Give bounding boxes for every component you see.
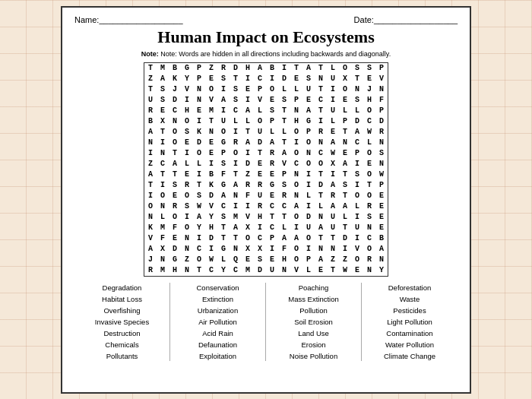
grid-cell: C — [290, 159, 302, 169]
grid-cell: N — [205, 127, 217, 138]
grid-cell: N — [230, 191, 242, 201]
grid-cell: E — [375, 201, 388, 212]
word-column-1: ConservationExtinctionUrbanizationAir Po… — [170, 283, 266, 361]
grid-cell: I — [193, 116, 205, 127]
grid-cell: S — [351, 63, 363, 74]
grid-cell: N — [181, 233, 193, 244]
grid-cell: N — [290, 169, 302, 180]
grid-cell: N — [144, 212, 157, 223]
grid-cell: O — [217, 127, 230, 138]
grid-cell: F — [217, 169, 230, 180]
grid-cell: H — [242, 63, 254, 74]
grid-cell: E — [363, 74, 375, 84]
grid-cell: I — [266, 244, 278, 255]
grid-cell: I — [242, 201, 254, 212]
grid-cell: X — [327, 159, 339, 169]
word-item: Deforestation — [365, 283, 454, 293]
grid-cell: N — [363, 223, 375, 233]
grid-cell: D — [242, 159, 254, 169]
grid-cell: T — [144, 84, 157, 95]
grid-cell: T — [230, 74, 242, 84]
grid-cell: I — [254, 223, 266, 233]
grid-cell: O — [169, 212, 181, 223]
grid-cell: L — [302, 265, 315, 276]
word-item: Overfishing — [78, 306, 166, 315]
grid-cell: O — [157, 191, 169, 201]
grid-cell: B — [266, 63, 278, 74]
grid-cell: S — [230, 95, 242, 106]
grid-cell: T — [193, 265, 205, 276]
word-item: Exploitation — [173, 351, 262, 361]
grid-cell: Z — [242, 169, 254, 180]
grid-cell: I — [242, 95, 254, 106]
grid-cell: L — [339, 106, 351, 116]
grid-cell: O — [351, 255, 363, 265]
word-item: Defaunation — [173, 340, 262, 350]
grid-cell: A — [278, 148, 290, 159]
grid-cell: A — [193, 212, 205, 223]
grid-cell: D — [351, 116, 363, 127]
grid-cell: K — [144, 223, 157, 233]
grid-cell: X — [242, 223, 254, 233]
grid-cell: E — [375, 223, 388, 233]
grid-cell: J — [363, 84, 375, 95]
grid-cell: I — [302, 244, 315, 255]
grid-cell: H — [254, 212, 266, 223]
grid-cell: L — [230, 116, 242, 127]
grid-cell: T — [193, 180, 205, 191]
grid-cell: A — [315, 255, 327, 265]
grid-cell: P — [193, 63, 205, 74]
header-row: Name:__________________ Date:___________… — [74, 15, 458, 24]
grid-cell: G — [217, 138, 230, 148]
grid-cell: D — [230, 63, 242, 74]
grid-cell: O — [144, 201, 157, 212]
grid-cell: M — [157, 265, 169, 276]
grid-cell: V — [351, 244, 363, 255]
grid-cell: S — [217, 212, 230, 223]
grid-cell: C — [230, 265, 242, 276]
grid-cell: H — [169, 265, 181, 276]
grid-cell: N — [278, 265, 290, 276]
grid-cell: A — [339, 201, 351, 212]
grid-cell: D — [254, 265, 266, 276]
grid-cell: K — [205, 180, 217, 191]
grid-cell: Y — [181, 74, 193, 84]
grid-cell: T — [169, 169, 181, 180]
grid-cell: N — [375, 159, 388, 169]
word-item: Chemicals — [78, 340, 166, 350]
grid-cell: P — [193, 74, 205, 84]
grid-cell: N — [181, 244, 193, 255]
grid-cell: M — [205, 106, 217, 116]
grid-cell: G — [169, 255, 181, 265]
word-list: DegradationHabitat LossOverfishingInvasi… — [74, 283, 458, 361]
grid-cell: R — [266, 159, 278, 169]
grid-cell: A — [169, 159, 181, 169]
word-item: Destruction — [78, 328, 166, 338]
grid-cell: I — [230, 159, 242, 169]
grid-cell: X — [254, 244, 266, 255]
grid-cell: L — [217, 255, 230, 265]
grid-cell: R — [230, 138, 242, 148]
grid-cell: B — [375, 233, 388, 244]
grid-cell: S — [363, 212, 375, 223]
grid-cell: C — [315, 95, 327, 106]
worksheet-page: Name:__________________ Date:___________… — [61, 6, 471, 394]
grid-cell: W — [193, 201, 205, 212]
grid-cell: I — [327, 95, 339, 106]
grid-cell: X — [157, 244, 169, 255]
grid-cell: T — [315, 84, 327, 95]
grid-cell: T — [351, 74, 363, 84]
grid-cell: P — [266, 116, 278, 127]
grid-cell: I — [266, 74, 278, 84]
grid-cell: E — [254, 169, 266, 180]
grid-cell: O — [290, 148, 302, 159]
word-item: Waste — [365, 294, 454, 304]
grid-cell: E — [181, 169, 193, 180]
grid-cell: V — [278, 159, 290, 169]
grid-cell: O — [302, 138, 315, 148]
grid-cell: A — [302, 106, 315, 116]
grid-cell: I — [144, 148, 157, 159]
grid-cell: U — [351, 223, 363, 233]
grid-cell: F — [169, 223, 181, 233]
grid-cell: O — [339, 63, 351, 74]
